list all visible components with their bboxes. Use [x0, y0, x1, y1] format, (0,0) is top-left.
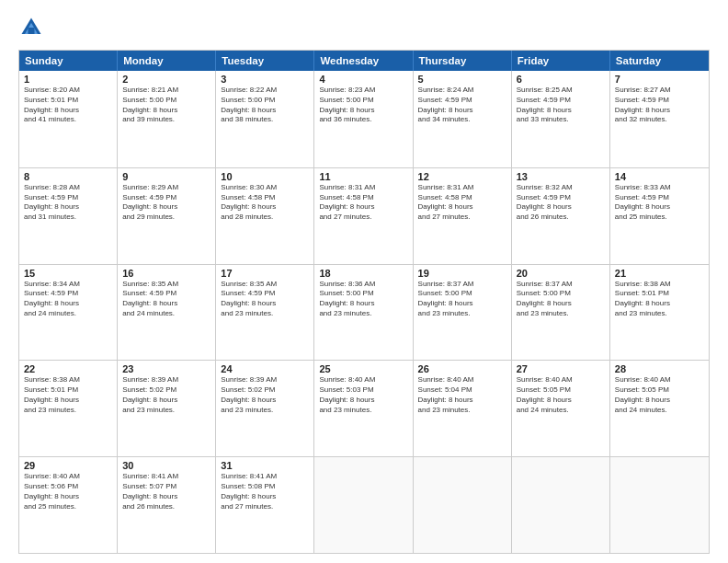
day-number: 2 — [122, 74, 210, 85]
cell-line-2: Sunset: 5:00 PM — [418, 289, 506, 299]
cell-line-3: Daylight: 8 hours — [517, 299, 605, 309]
weekday-header-thursday: Thursday — [414, 51, 512, 71]
cell-line-3: Daylight: 8 hours — [221, 106, 309, 116]
calendar-empty-cell — [610, 457, 709, 553]
cell-line-2: Sunset: 4:59 PM — [517, 96, 605, 106]
cell-line-2: Sunset: 4:59 PM — [221, 289, 309, 299]
day-number: 26 — [418, 363, 506, 374]
cell-line-2: Sunset: 5:01 PM — [24, 96, 112, 106]
cell-line-4: and 33 minutes. — [517, 115, 605, 125]
cell-line-1: Sunrise: 8:41 AM — [221, 472, 309, 482]
calendar-day-31: 31Sunrise: 8:41 AMSunset: 5:08 PMDayligh… — [216, 457, 314, 553]
cell-line-3: Daylight: 8 hours — [122, 492, 210, 502]
cell-line-2: Sunset: 5:02 PM — [122, 385, 210, 396]
cell-line-1: Sunrise: 8:40 AM — [418, 375, 506, 385]
cell-line-4: and 24 minutes. — [24, 309, 112, 319]
day-number: 30 — [122, 460, 210, 471]
cell-line-4: and 24 minutes. — [122, 309, 210, 319]
logo — [18, 15, 48, 40]
svg-rect-2 — [28, 28, 35, 34]
calendar-day-27: 27Sunrise: 8:40 AMSunset: 5:05 PMDayligh… — [512, 361, 610, 456]
cell-line-2: Sunset: 5:01 PM — [615, 289, 704, 299]
cell-line-1: Sunrise: 8:21 AM — [122, 86, 210, 96]
logo-icon — [18, 15, 44, 40]
cell-line-1: Sunrise: 8:31 AM — [319, 183, 407, 193]
day-number: 17 — [221, 268, 309, 279]
day-number: 12 — [418, 171, 506, 182]
cell-line-4: and 23 minutes. — [418, 406, 506, 416]
calendar-day-6: 6Sunrise: 8:25 AMSunset: 4:59 PMDaylight… — [512, 71, 610, 167]
cell-line-4: and 31 minutes. — [24, 213, 112, 223]
day-number: 22 — [24, 363, 112, 374]
cell-line-1: Sunrise: 8:35 AM — [221, 280, 309, 290]
cell-line-2: Sunset: 4:58 PM — [221, 193, 309, 203]
cell-line-1: Sunrise: 8:28 AM — [24, 183, 112, 193]
cell-line-1: Sunrise: 8:22 AM — [221, 86, 309, 96]
cell-line-2: Sunset: 5:06 PM — [24, 482, 112, 492]
day-number: 24 — [221, 363, 309, 374]
cell-line-4: and 24 minutes. — [615, 406, 704, 416]
cell-line-2: Sunset: 4:59 PM — [122, 289, 210, 299]
cell-line-1: Sunrise: 8:41 AM — [122, 472, 210, 482]
cell-line-1: Sunrise: 8:40 AM — [319, 375, 407, 385]
cell-line-1: Sunrise: 8:36 AM — [319, 280, 407, 290]
day-number: 15 — [24, 268, 112, 279]
day-number: 3 — [221, 74, 309, 85]
cell-line-3: Daylight: 8 hours — [615, 396, 704, 406]
cell-line-2: Sunset: 5:05 PM — [517, 385, 605, 396]
cell-line-3: Daylight: 8 hours — [418, 299, 506, 309]
calendar-day-13: 13Sunrise: 8:32 AMSunset: 4:59 PMDayligh… — [512, 168, 610, 264]
cell-line-4: and 27 minutes. — [418, 213, 506, 223]
calendar-day-15: 15Sunrise: 8:34 AMSunset: 4:59 PMDayligh… — [19, 265, 118, 361]
cell-line-4: and 23 minutes. — [221, 406, 309, 416]
weekday-header-wednesday: Wednesday — [314, 51, 413, 71]
day-number: 6 — [517, 74, 605, 85]
day-number: 14 — [615, 171, 704, 182]
cell-line-2: Sunset: 4:59 PM — [517, 193, 605, 203]
cell-line-1: Sunrise: 8:32 AM — [517, 183, 605, 193]
calendar-day-20: 20Sunrise: 8:37 AMSunset: 5:00 PMDayligh… — [512, 265, 610, 361]
cell-line-2: Sunset: 4:59 PM — [615, 193, 704, 203]
calendar-day-21: 21Sunrise: 8:38 AMSunset: 5:01 PMDayligh… — [610, 265, 709, 361]
header — [18, 15, 710, 40]
cell-line-3: Daylight: 8 hours — [221, 202, 309, 213]
cell-line-2: Sunset: 5:02 PM — [221, 385, 309, 396]
calendar-header: SundayMondayTuesdayWednesdayThursdayFrid… — [19, 51, 709, 71]
calendar-day-8: 8Sunrise: 8:28 AMSunset: 4:59 PMDaylight… — [19, 168, 118, 264]
cell-line-4: and 34 minutes. — [418, 115, 506, 125]
day-number: 19 — [418, 268, 506, 279]
cell-line-4: and 32 minutes. — [615, 115, 704, 125]
cell-line-2: Sunset: 4:58 PM — [319, 193, 407, 203]
cell-line-3: Daylight: 8 hours — [319, 106, 407, 116]
day-number: 16 — [122, 268, 210, 279]
cell-line-2: Sunset: 5:08 PM — [221, 482, 309, 492]
cell-line-2: Sunset: 4:59 PM — [24, 289, 112, 299]
cell-line-2: Sunset: 5:01 PM — [24, 385, 112, 396]
cell-line-4: and 23 minutes. — [319, 406, 407, 416]
cell-line-3: Daylight: 8 hours — [122, 396, 210, 406]
cell-line-4: and 29 minutes. — [122, 213, 210, 223]
day-number: 10 — [221, 171, 309, 182]
cell-line-4: and 23 minutes. — [122, 406, 210, 416]
cell-line-1: Sunrise: 8:39 AM — [122, 375, 210, 385]
calendar-day-14: 14Sunrise: 8:33 AMSunset: 4:59 PMDayligh… — [610, 168, 709, 264]
cell-line-3: Daylight: 8 hours — [517, 106, 605, 116]
calendar-day-23: 23Sunrise: 8:39 AMSunset: 5:02 PMDayligh… — [118, 361, 216, 456]
day-number: 25 — [319, 363, 407, 374]
cell-line-4: and 41 minutes. — [24, 115, 112, 125]
cell-line-2: Sunset: 5:00 PM — [122, 96, 210, 106]
cell-line-4: and 23 minutes. — [517, 309, 605, 319]
weekday-header-sunday: Sunday — [19, 51, 118, 71]
calendar-day-24: 24Sunrise: 8:39 AMSunset: 5:02 PMDayligh… — [216, 361, 314, 456]
calendar-empty-cell — [314, 457, 413, 553]
cell-line-1: Sunrise: 8:39 AM — [221, 375, 309, 385]
cell-line-4: and 27 minutes. — [319, 213, 407, 223]
cell-line-4: and 25 minutes. — [24, 502, 112, 512]
weekday-header-saturday: Saturday — [610, 51, 709, 71]
weekday-header-friday: Friday — [512, 51, 610, 71]
calendar-day-11: 11Sunrise: 8:31 AMSunset: 4:58 PMDayligh… — [314, 168, 413, 264]
weekday-header-tuesday: Tuesday — [216, 51, 314, 71]
day-number: 29 — [24, 460, 112, 471]
cell-line-1: Sunrise: 8:40 AM — [517, 375, 605, 385]
calendar-empty-cell — [414, 457, 512, 553]
